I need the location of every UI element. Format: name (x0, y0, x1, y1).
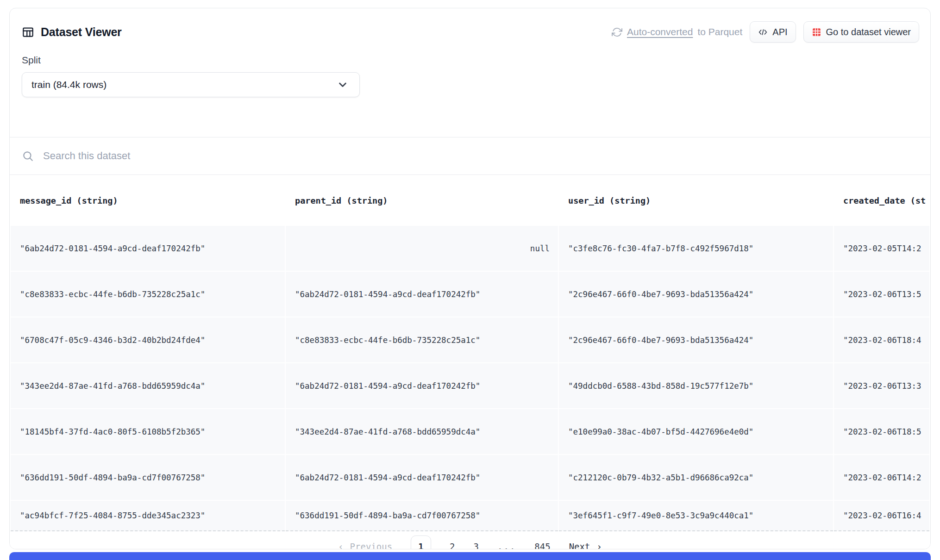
chevron-left-icon: ‹ (338, 541, 343, 549)
title-wrap: Dataset Viewer (22, 25, 122, 39)
cell-created-date: "2023-02-06T18:5 (834, 409, 929, 454)
table-row: "343ee2d4-87ae-41fd-a768-bdd65959dc4a" "… (11, 363, 929, 408)
red-grid-icon (812, 27, 821, 37)
cell-created-date: "2023-02-06T14:2 (834, 455, 929, 500)
cell-parent-id-null: null (286, 226, 558, 271)
cell-user-id: "49ddcb0d-6588-43bd-858d-19c577f12e7b" (559, 363, 833, 408)
goto-dataset-viewer-button[interactable]: Go to dataset viewer (803, 21, 919, 43)
column-header-created-date: created_date (st (834, 176, 929, 225)
table-header-row: message_id (string) parent_id (string) u… (11, 176, 929, 225)
cell-created-date: "2023-02-06T16:4 (834, 501, 929, 531)
split-select-value: train (84.4k rows) (31, 79, 107, 90)
table-row: "18145bf4-37fd-4ac0-80f5-6108b5f2b365" "… (11, 409, 929, 454)
pagination: ‹ Previous 1 2 3 ... 845 Next › (338, 535, 602, 549)
header-actions: Auto-converted to Parquet API (612, 21, 919, 43)
cell-message-id: "ac94bfcf-7f25-4084-8755-dde345ac2323" (11, 501, 285, 531)
dataset-table: message_id (string) parent_id (string) u… (10, 175, 930, 532)
api-button-label: API (772, 27, 787, 37)
cell-parent-id: "343ee2d4-87ae-41fd-a768-bdd65959dc4a" (286, 409, 558, 454)
cell-parent-id: "636dd191-50df-4894-ba9a-cd7f00767258" (286, 501, 558, 531)
cell-created-date: "2023-02-06T13:5 (834, 272, 929, 317)
table-row: "6ab24d72-0181-4594-a9cd-deaf170242fb" n… (11, 226, 929, 271)
column-header-message-id: message_id (string) (11, 176, 285, 225)
page-ellipsis: ... (497, 541, 516, 549)
chevron-right-icon: › (596, 541, 602, 549)
cell-user-id: "2c96e467-66f0-4be7-9693-bda51356a424" (559, 272, 833, 317)
cell-user-id: "2c96e467-66f0-4be7-9693-bda51356a424" (559, 317, 833, 362)
next-label: Next (569, 541, 590, 549)
refresh-icon (612, 27, 622, 37)
next-page-button[interactable]: Next › (569, 541, 602, 549)
page-button-2[interactable]: 2 (450, 541, 455, 549)
cell-user-id: "3ef645f1-c9f7-49e0-8e53-3c9a9c440ca1" (559, 501, 833, 531)
cell-parent-id: "6ab24d72-0181-4594-a9cd-deaf170242fb" (286, 363, 558, 408)
page-button-3[interactable]: 3 (474, 541, 479, 549)
page-button-845[interactable]: 845 (534, 541, 550, 549)
previous-label: Previous (350, 541, 393, 549)
cell-message-id: "6ab24d72-0181-4594-a9cd-deaf170242fb" (11, 226, 285, 271)
page-title: Dataset Viewer (41, 25, 122, 39)
table-row: "c8e83833-ecbc-44fe-b6db-735228c25a1c" "… (11, 272, 929, 317)
cell-parent-id: "c8e83833-ecbc-44fe-b6db-735228c25a1c" (286, 317, 558, 362)
cell-parent-id: "6ab24d72-0181-4594-a9cd-deaf170242fb" (286, 455, 558, 500)
parquet-rest: to Parquet (697, 26, 742, 37)
code-icon (758, 27, 768, 37)
cell-message-id: "c8e83833-ecbc-44fe-b6db-735228c25a1c" (11, 272, 285, 317)
column-header-parent-id: parent_id (string) (286, 176, 558, 225)
goto-button-label: Go to dataset viewer (826, 27, 911, 37)
search-bar (10, 137, 930, 175)
page-button-1[interactable]: 1 (411, 535, 431, 549)
auto-converted-parquet[interactable]: Auto-converted to Parquet (612, 26, 742, 37)
cell-message-id: "343ee2d4-87ae-41fd-a768-bdd65959dc4a" (11, 363, 285, 408)
cell-message-id: "18145bf4-37fd-4ac0-80f5-6108b5f2b365" (11, 409, 285, 454)
cell-created-date: "2023-02-06T18:4 (834, 317, 929, 362)
dataset-viewer-card: Dataset Viewer Auto-converted to Parquet (9, 8, 931, 549)
split-select[interactable]: train (84.4k rows) (22, 72, 360, 97)
table-footer: ‹ Previous 1 2 3 ... 845 Next › (10, 532, 930, 549)
column-header-user-id: user_id (string) (559, 176, 833, 225)
previous-page-button[interactable]: ‹ Previous (338, 541, 392, 549)
split-label: Split (22, 55, 930, 66)
table-row: "6708c47f-05c9-4346-b3d2-40b2bd24fde4" "… (11, 317, 929, 362)
cell-created-date: "2023-02-06T13:3 (834, 363, 929, 408)
cell-parent-id: "6ab24d72-0181-4594-a9cd-deaf170242fb" (286, 272, 558, 317)
table-icon (22, 26, 34, 38)
cell-message-id: "6708c47f-05c9-4346-b3d2-40b2bd24fde4" (11, 317, 285, 362)
bottom-blue-bar (9, 552, 931, 560)
cell-user-id: "c212120c-0b79-4b32-a5b1-d96686ca92ca" (559, 455, 833, 500)
table-row: "636dd191-50df-4894-ba9a-cd7f00767258" "… (11, 455, 929, 500)
cell-created-date: "2023-02-05T14:2 (834, 226, 929, 271)
table-row-truncated: "ac94bfcf-7f25-4084-8755-dde345ac2323" "… (11, 501, 929, 531)
split-section: Split train (84.4k rows) (10, 43, 930, 97)
cell-message-id: "636dd191-50df-4894-ba9a-cd7f00767258" (11, 455, 285, 500)
search-input[interactable] (43, 150, 918, 162)
parquet-link[interactable]: Auto-converted (627, 26, 693, 37)
cell-user-id: "c3fe8c76-fc30-4fa7-b7f8-c492f5967d18" (559, 226, 833, 271)
api-button[interactable]: API (750, 21, 796, 43)
search-icon (22, 150, 34, 162)
card-header: Dataset Viewer Auto-converted to Parquet (10, 8, 930, 43)
cell-user-id: "e10e99a0-38ac-4b07-bf5d-4427696e4e0d" (559, 409, 833, 454)
chevron-down-icon (336, 78, 349, 91)
